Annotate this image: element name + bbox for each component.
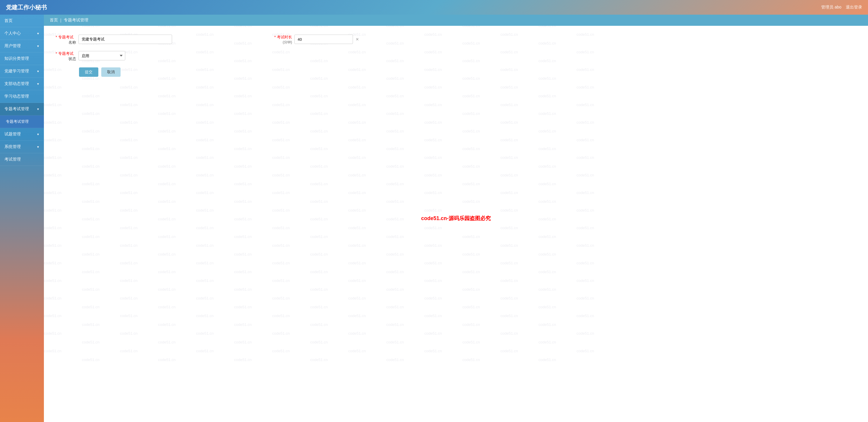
exam-time-unit-label: (分钟) <box>283 40 292 45</box>
sidebar-item-exam-admin[interactable]: 考试管理 <box>0 153 44 166</box>
sidebar-item-exam-mgmt[interactable]: 专题考试管理 ▼ <box>0 103 44 115</box>
sidebar-item-home[interactable]: 首页 <box>0 15 44 27</box>
main-layout: 首页 个人中心 ▼ 用户管理 ▼ 知识分类管理 党建学习管理 ▼ 支部动态管理 … <box>0 15 868 422</box>
exam-name-required-star: * 专题考试 <box>56 35 73 40</box>
form-row-2: * 专题考试 状态 启用 禁用 <box>56 51 856 61</box>
sidebar-item-system-mgmt[interactable]: 系统管理 ▼ <box>0 141 44 153</box>
exam-status-sub-label: 状态 <box>68 56 76 61</box>
breadcrumb: 首页 | 专题考试管理 <box>44 15 868 26</box>
sidebar-item-label: 党建学习管理 <box>4 68 29 74</box>
sidebar-item-label: 首页 <box>4 18 12 24</box>
sidebar-item-label: 系统管理 <box>4 144 21 149</box>
sidebar-item-label: 知识分类管理 <box>4 56 29 61</box>
sidebar-item-label: 专题考试管理 <box>4 106 29 112</box>
exam-name-label-wrap: * 专题考试 名称 <box>56 35 76 45</box>
chevron-down-icon: ▼ <box>37 82 39 86</box>
sidebar-item-study-activity[interactable]: 学习动态管理 <box>0 90 44 103</box>
form-row-1: * 专题考试 名称 * 考试时长 (分钟) ✕ <box>56 35 856 45</box>
exam-time-input[interactable] <box>294 35 353 44</box>
chevron-down-icon: ▼ <box>37 108 39 111</box>
app-title: 党建工作小秘书 <box>6 3 47 11</box>
header: 党建工作小秘书 管理员 abo 退出登录 <box>0 0 868 15</box>
exam-time-label-wrap: * 考试时长 (分钟) <box>272 35 292 45</box>
exam-time-group: * 考试时长 (分钟) ✕ <box>272 35 360 45</box>
chevron-down-icon: ▼ <box>37 133 39 136</box>
sidebar-item-label: 学习动态管理 <box>4 94 29 99</box>
exam-name-sub-label: 名称 <box>68 40 76 45</box>
sidebar-item-user-mgmt[interactable]: 用户管理 ▼ <box>0 40 44 53</box>
sidebar-item-branch[interactable]: 支部动态管理 ▼ <box>0 78 44 90</box>
exam-status-required-star: * 专题考试 <box>56 51 73 56</box>
sidebar-item-label: 个人中心 <box>4 31 21 36</box>
submit-button[interactable]: 提交 <box>79 67 98 77</box>
sidebar-item-label: 专题考试管理 <box>6 119 29 124</box>
breadcrumb-home[interactable]: 首页 <box>50 18 58 23</box>
sidebar-item-label: 试题管理 <box>4 132 21 137</box>
main-content: // Generate watermark rows document.addE… <box>44 15 868 422</box>
breadcrumb-current: 专题考试管理 <box>64 18 88 23</box>
form-area: * 专题考试 名称 * 考试时长 (分钟) ✕ <box>44 26 868 86</box>
exam-status-label-wrap: * 专题考试 状态 <box>56 51 76 61</box>
sidebar-item-label: 用户管理 <box>4 44 21 49</box>
exam-name-input[interactable] <box>79 35 172 44</box>
exam-name-group: * 专题考试 名称 <box>56 35 172 45</box>
sidebar-item-knowledge[interactable]: 知识分类管理 <box>0 53 44 65</box>
exam-time-input-group: ✕ <box>294 35 360 44</box>
breadcrumb-separator: | <box>60 18 61 23</box>
sidebar-item-exam-mgmt-sub[interactable]: 专题考试管理 <box>0 115 44 128</box>
sidebar-item-personal[interactable]: 个人中心 ▼ <box>0 27 44 40</box>
sidebar-item-label: 支部动态管理 <box>4 81 29 86</box>
copyright-notice: code51.cn-源码乐园盗图必究 <box>421 215 491 222</box>
chevron-down-icon: ▼ <box>37 70 39 73</box>
chevron-down-icon: ▼ <box>37 32 39 35</box>
logout-link[interactable]: 退出登录 <box>846 5 862 10</box>
chevron-down-icon: ▼ <box>37 45 39 48</box>
sidebar-item-question-mgmt[interactable]: 试题管理 ▼ <box>0 128 44 141</box>
cancel-button[interactable]: 取消 <box>101 67 121 77</box>
exam-time-required-star: * 考试时长 <box>274 35 292 40</box>
sidebar: 首页 个人中心 ▼ 用户管理 ▼ 知识分类管理 党建学习管理 ▼ 支部动态管理 … <box>0 15 44 422</box>
header-user-area: 管理员 abo 退出登录 <box>821 5 862 10</box>
exam-status-select[interactable]: 启用 禁用 <box>79 51 125 60</box>
button-row: 提交 取消 <box>79 67 856 77</box>
admin-label: 管理员 abo <box>821 5 841 10</box>
sidebar-item-label: 考试管理 <box>4 157 21 162</box>
sidebar-item-party-study[interactable]: 党建学习管理 ▼ <box>0 65 44 78</box>
time-clear-button[interactable]: ✕ <box>354 37 360 41</box>
exam-status-group: * 专题考试 状态 启用 禁用 <box>56 51 125 61</box>
chevron-down-icon: ▼ <box>37 145 39 148</box>
